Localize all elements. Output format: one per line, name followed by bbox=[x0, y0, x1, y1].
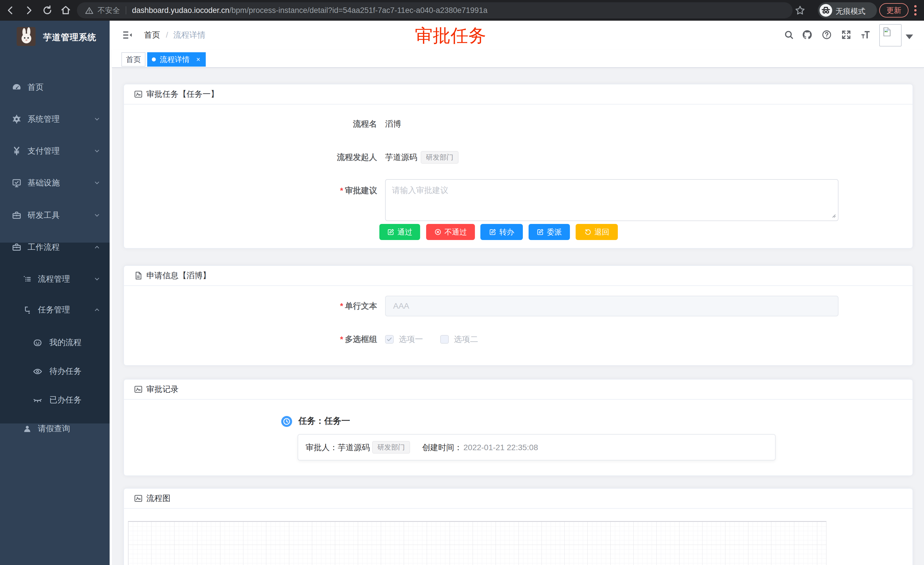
approver-text: 审批人：芋道源码 bbox=[306, 443, 370, 452]
approve-button[interactable]: 通过 bbox=[380, 224, 420, 240]
sidebar-item-todo-tasks[interactable]: 待办任务 bbox=[0, 357, 110, 386]
document-icon bbox=[134, 271, 143, 280]
search-icon[interactable] bbox=[783, 29, 795, 41]
required-asterisk: * bbox=[340, 335, 343, 344]
approve-card-title: 审批任务【任务一】 bbox=[146, 89, 219, 100]
sidebar-item-label: 首页 bbox=[27, 83, 44, 92]
edit-icon bbox=[537, 228, 544, 236]
broken-image-icon bbox=[882, 26, 892, 37]
face-icon bbox=[33, 338, 42, 348]
apply-card-title: 申请信息【滔博】 bbox=[146, 270, 211, 281]
edit-icon bbox=[387, 228, 394, 236]
fullscreen-icon[interactable] bbox=[841, 29, 852, 41]
button-label: 委派 bbox=[547, 227, 562, 237]
breadcrumb-current: 流程详情 bbox=[173, 30, 206, 40]
sidebar-item-devtools[interactable]: 研发工具 bbox=[0, 199, 110, 231]
starter-value: 芋道源码 bbox=[385, 153, 417, 162]
record-detail-box: 审批人：芋道源码 研发部门 创建时间： 2022-01-21 22:35:08 bbox=[298, 434, 776, 460]
app-title: 芋道管理系统 bbox=[43, 32, 96, 44]
toolbox-icon bbox=[12, 242, 22, 252]
sidebar-item-label: 任务管理 bbox=[38, 305, 70, 314]
sidebar-item-leave-query[interactable]: 请假查询 bbox=[0, 414, 110, 443]
checkbox-option1-label: 选项一 bbox=[399, 335, 423, 344]
bpmn-canvas-grid[interactable] bbox=[128, 521, 826, 565]
chrome-update-button[interactable]: 更新 bbox=[879, 3, 909, 18]
starter-label: 流程发起人 bbox=[285, 153, 377, 162]
diagram-card-header: 流程图 bbox=[124, 488, 912, 509]
button-label: 退回 bbox=[595, 227, 609, 237]
timeline-clock-icon bbox=[281, 416, 292, 427]
caret-down-icon[interactable] bbox=[906, 35, 913, 40]
tree-list-icon bbox=[22, 275, 32, 284]
sidebar-item-infra[interactable]: 基础设施 bbox=[0, 167, 110, 199]
github-icon[interactable] bbox=[802, 29, 813, 41]
bookmark-star-icon[interactable] bbox=[794, 5, 806, 16]
toolbox-icon bbox=[12, 210, 22, 221]
breadcrumb-home[interactable]: 首页 bbox=[144, 30, 160, 40]
sidebar-item-label: 已办任务 bbox=[50, 395, 81, 404]
security-chip[interactable]: 不安全 bbox=[98, 6, 120, 14]
eye-closed-icon bbox=[33, 395, 42, 405]
single-line-text-input bbox=[385, 296, 838, 316]
hamburger-fold-icon[interactable] bbox=[122, 29, 133, 41]
tab-home[interactable]: 首页 bbox=[122, 52, 146, 67]
timeline-task-title: 任务：任务一 bbox=[298, 416, 350, 426]
tag-label: 研发部门 bbox=[426, 153, 453, 162]
reload-icon[interactable] bbox=[42, 5, 53, 16]
tab-process-detail[interactable]: 流程详情 bbox=[147, 52, 206, 67]
comment-textarea[interactable] bbox=[385, 179, 838, 221]
home-icon[interactable] bbox=[60, 5, 72, 16]
sidebar-item-my-process[interactable]: 我的流程 bbox=[0, 328, 110, 357]
sidebar-item-done-tasks[interactable]: 已办任务 bbox=[0, 386, 110, 414]
url-path: /bpm/process-instance/detail?id=54aa251f… bbox=[229, 6, 487, 15]
sidebar-item-system[interactable]: 系统管理 bbox=[0, 103, 110, 135]
sidebar-item-label: 研发工具 bbox=[27, 211, 60, 220]
transfer-button[interactable]: 转办 bbox=[480, 224, 523, 240]
warning-icon bbox=[85, 6, 93, 15]
sidebar-item-label: 流程管理 bbox=[38, 275, 70, 284]
created-time-label: 创建时间： bbox=[422, 443, 462, 452]
monitor-icon bbox=[12, 178, 22, 188]
tab-close-icon[interactable] bbox=[195, 57, 201, 62]
sidebar-item-label: 我的流程 bbox=[50, 338, 81, 347]
button-label: 转办 bbox=[499, 227, 514, 237]
return-button[interactable]: 退回 bbox=[576, 224, 618, 240]
sidebar-item-task-mgmt[interactable]: 任务管理 bbox=[0, 295, 110, 325]
incognito-label: 无痕模式 bbox=[836, 6, 866, 17]
picture-icon bbox=[134, 90, 143, 99]
browser-toolbar: 不安全 dashboard.yudao.iocoder.cn/bpm/proce… bbox=[0, 0, 924, 21]
process-name-label: 流程名 bbox=[285, 119, 377, 129]
url-host: dashboard.yudao.iocoder.cn bbox=[132, 6, 229, 15]
picture-icon bbox=[134, 494, 143, 503]
button-label: 不通过 bbox=[444, 227, 467, 237]
sidebar-item-home[interactable]: 首页 bbox=[0, 71, 110, 103]
created-time-value: 2022-01-21 22:35:08 bbox=[464, 443, 538, 452]
tab-label: 首页 bbox=[126, 54, 141, 65]
page-annotation-title: 审批任务 bbox=[399, 24, 502, 48]
delegate-button[interactable]: 委派 bbox=[529, 224, 570, 240]
help-icon[interactable] bbox=[821, 29, 833, 41]
chevron-up-icon bbox=[93, 307, 100, 313]
gear-icon bbox=[12, 114, 22, 124]
text-field-label: *单行文本 bbox=[285, 302, 377, 311]
approve-record-card: 审批记录 任务：任务一 审批人：芋道源码 研发部门 创建时间： 2022-01-… bbox=[123, 379, 913, 476]
app-logo[interactable]: 芋道管理系统 bbox=[0, 21, 110, 55]
chevron-down-icon bbox=[93, 276, 100, 282]
address-bar[interactable]: 不安全 dashboard.yudao.iocoder.cn/bpm/proce… bbox=[77, 2, 793, 18]
browser-menu-icon[interactable] bbox=[914, 5, 917, 17]
sidebar-item-process-mgmt[interactable]: 流程管理 bbox=[0, 264, 110, 294]
eye-open-icon bbox=[33, 367, 42, 376]
button-label: 通过 bbox=[398, 227, 412, 237]
circle-close-icon bbox=[434, 228, 442, 236]
tag-label: 研发部门 bbox=[377, 443, 405, 452]
avatar[interactable] bbox=[879, 24, 902, 47]
font-size-icon[interactable] bbox=[860, 29, 872, 41]
sidebar-scrollbar[interactable] bbox=[110, 21, 112, 565]
forward-icon[interactable] bbox=[23, 5, 35, 16]
sidebar-item-payment[interactable]: 支付管理 bbox=[0, 135, 110, 167]
sidebar-item-label: 支付管理 bbox=[27, 146, 60, 156]
tab-label: 流程详情 bbox=[160, 54, 190, 65]
reject-button[interactable]: 不通过 bbox=[426, 224, 475, 240]
sidebar-item-workflow[interactable]: 工作流程 bbox=[0, 231, 110, 263]
back-icon[interactable] bbox=[4, 5, 16, 16]
